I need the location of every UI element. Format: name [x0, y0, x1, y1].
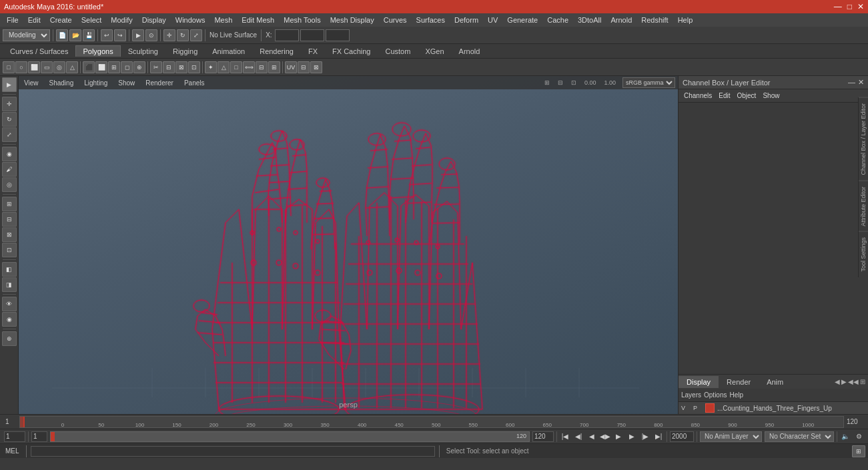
vp-lighting-menu[interactable]: Lighting [81, 79, 110, 87]
tab-arnold[interactable]: Arnold [452, 45, 488, 57]
tab-polygons[interactable]: Polygons [75, 45, 120, 57]
unfold-btn[interactable]: ⊟ [298, 61, 310, 73]
move-btn[interactable]: ✛ [163, 29, 175, 41]
insert-loop-btn[interactable]: ⊟ [163, 61, 175, 73]
poly-cube-btn[interactable]: □ [3, 61, 15, 73]
options-menu[interactable]: Options [704, 391, 727, 399]
merge-btn[interactable]: ⊞ [108, 61, 120, 73]
mirror-btn[interactable]: ⟺ [243, 61, 255, 73]
menu-curves[interactable]: Curves [380, 15, 411, 25]
side-tab-toolsettings[interactable]: Tool Settings [859, 231, 868, 277]
prev-frame-btn[interactable]: ◀ [586, 431, 597, 442]
menu-select[interactable]: Select [77, 15, 106, 25]
menu-mesh[interactable]: Mesh [210, 15, 236, 25]
boolean-btn[interactable]: ⊕ [133, 61, 145, 73]
scale-tool-btn[interactable]: ⤢ [2, 127, 17, 142]
viewport[interactable]: View Shading Lighting Show Renderer Pane… [19, 76, 678, 414]
tab-fxcaching[interactable]: FX Caching [325, 45, 378, 57]
separate-btn[interactable]: ⊞ [268, 61, 280, 73]
menu-display[interactable]: Display [138, 15, 170, 25]
vp-shading-menu[interactable]: Shading [47, 79, 77, 87]
snap-surface-btn[interactable]: ⊡ [2, 243, 17, 257]
menu-cache[interactable]: Cache [543, 15, 572, 25]
menu-uv[interactable]: UV [484, 15, 502, 25]
triangulate-btn[interactable]: △ [218, 61, 230, 73]
show-hide-btn[interactable]: 👁 [2, 297, 17, 311]
y-field[interactable] [300, 29, 324, 41]
rp-channels-menu[interactable]: Channels [681, 91, 715, 100]
vp-renderer-menu[interactable]: Renderer [143, 79, 176, 87]
next-key-btn[interactable]: |▶ [640, 431, 650, 442]
offset-loop-btn[interactable]: ⊠ [175, 61, 187, 73]
menu-3dtoall[interactable]: 3DtoAll [574, 15, 605, 25]
rp-edit-menu[interactable]: Edit [716, 91, 733, 100]
smooth-btn[interactable]: ✦ [205, 61, 217, 73]
close-btn[interactable]: ✕ [857, 2, 864, 11]
panel-close-btn[interactable]: ✕ [858, 78, 864, 87]
layer-item[interactable]: V P ...Counting_Hands_Three_Fingers_Up [679, 402, 868, 414]
z-field[interactable] [326, 29, 350, 41]
menu-create[interactable]: Create [46, 15, 76, 25]
help-menu[interactable]: Help [729, 391, 743, 399]
menu-deform[interactable]: Deform [450, 15, 482, 25]
slide-edge-btn[interactable]: ⊡ [188, 61, 200, 73]
layer-nav-right[interactable]: ▶ [841, 378, 847, 385]
anim-settings-btn[interactable]: ⚙ [853, 431, 864, 442]
lasso-btn[interactable]: ⊙ [145, 29, 157, 41]
tab-sculpting[interactable]: Sculpting [121, 45, 165, 57]
poly-cone-btn[interactable]: △ [66, 61, 78, 73]
menu-redshift[interactable]: Redshift [637, 15, 672, 25]
tab-curves-surfaces[interactable]: Curves / Surfaces [3, 45, 75, 57]
vp-colorspace-dropdown[interactable]: sRGB gamma [622, 77, 675, 88]
layout-uvs-btn[interactable]: ⊠ [310, 61, 322, 73]
menu-file[interactable]: File [3, 15, 23, 25]
tab-rendering[interactable]: Rendering [252, 45, 301, 57]
rotate-tool-btn[interactable]: ↻ [2, 112, 17, 127]
snap-point-btn[interactable]: ⊠ [2, 227, 17, 242]
end-frame-field[interactable] [670, 431, 694, 442]
render-btn[interactable]: ◧ [2, 262, 17, 277]
vp-panels-menu[interactable]: Panels [181, 79, 207, 87]
redo-btn[interactable]: ↪ [114, 29, 126, 41]
menu-help[interactable]: Help [674, 15, 697, 25]
scale-btn[interactable]: ⤢ [190, 29, 202, 41]
poly-cyl-btn[interactable]: ⬜ [28, 61, 40, 73]
range-start-field[interactable]: 1 [31, 431, 47, 442]
menu-editmesh[interactable]: Edit Mesh [238, 15, 278, 25]
rp-show-menu[interactable]: Show [760, 91, 782, 100]
mel-input[interactable] [31, 446, 435, 457]
layer-nav-expand[interactable]: ⊞ [860, 378, 865, 385]
side-tab-channelbox[interactable]: Channel Box / Layer Editor [859, 97, 868, 181]
bevel-btn[interactable]: ◻ [121, 61, 133, 73]
anim-layer-dropdown[interactable]: No Anim Layer [700, 431, 762, 442]
layer-color-swatch[interactable] [705, 403, 715, 413]
go-end-btn[interactable]: ▶| [653, 431, 664, 442]
tab-rigging[interactable]: Rigging [165, 45, 205, 57]
panel-minimize-btn[interactable]: — [848, 78, 855, 87]
play-fwd-btn[interactable]: ▶ [613, 431, 624, 442]
poly-sphere-btn[interactable]: ○ [15, 61, 27, 73]
menu-windows[interactable]: Windows [171, 15, 209, 25]
open-file-btn[interactable]: 📂 [69, 29, 81, 41]
mode-dropdown[interactable]: Modeling [3, 29, 50, 41]
tab-display[interactable]: Display [679, 376, 719, 388]
tab-xgen[interactable]: XGen [418, 45, 451, 57]
poly-torus-btn[interactable]: ◎ [53, 61, 65, 73]
soft-mod-btn[interactable]: ◎ [2, 177, 17, 192]
playback-slider[interactable]: 120 [50, 431, 530, 442]
menu-generate[interactable]: Generate [503, 15, 542, 25]
poly-plane-btn[interactable]: ▭ [41, 61, 53, 73]
current-frame-field[interactable]: 1 [4, 431, 25, 442]
layer-nav-end[interactable]: ◀◀ [848, 378, 859, 385]
menu-modify[interactable]: Modify [107, 15, 136, 25]
isolate-btn[interactable]: ◉ [2, 312, 17, 327]
vp-view-menu[interactable]: View [21, 79, 41, 87]
paint-btn[interactable]: 🖌 [2, 162, 17, 177]
layer-nav-left[interactable]: ◀ [835, 378, 840, 385]
select-btn[interactable]: ▶ [132, 29, 144, 41]
extra-btn[interactable]: ⊕ [2, 331, 17, 346]
undo-btn[interactable]: ↩ [101, 29, 113, 41]
tab-render[interactable]: Render [719, 376, 759, 388]
side-tab-attreditor[interactable]: Attribute Editor [859, 181, 868, 232]
extrude-btn[interactable]: ⬛ [83, 61, 95, 73]
